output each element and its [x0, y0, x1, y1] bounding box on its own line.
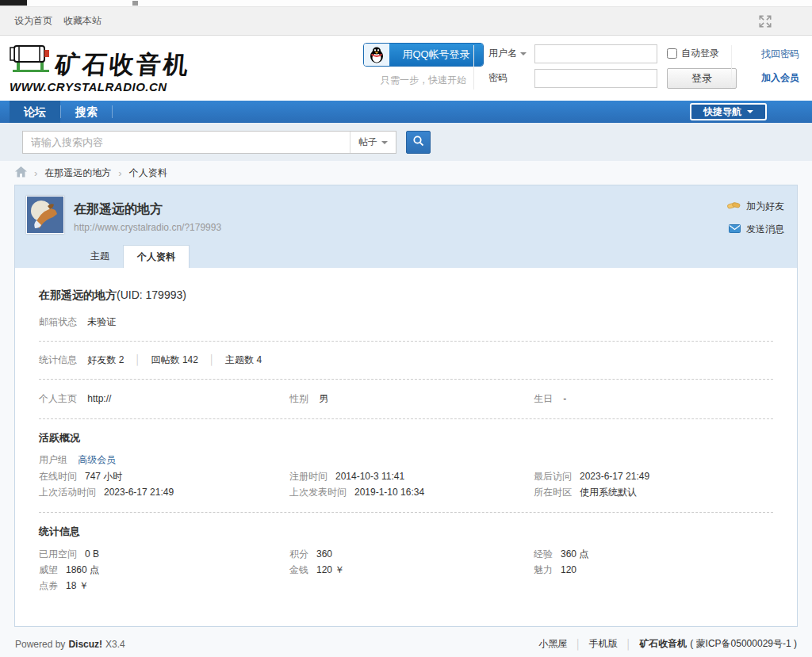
nav-item-search[interactable]: 搜索 — [61, 101, 112, 123]
homepage-cell: 个人主页 http:// — [39, 392, 289, 407]
password-input[interactable] — [534, 69, 657, 88]
search-type-select[interactable]: 帖子 — [350, 132, 396, 153]
charm-label: 魅力 — [534, 564, 553, 575]
envelope-icon — [729, 224, 741, 235]
avatar[interactable] — [26, 196, 64, 234]
browser-tab-notch — [132, 1, 138, 6]
page: 设为首页 收藏本站 — [0, 0, 812, 657]
profile-card: 在那遥远的地方 http://www.crystalradio.cn/?1799… — [14, 185, 798, 627]
activity-row: 在线时间747 小时 注册时间2014-10-3 11:41 最后访问2023-… — [39, 469, 773, 484]
coil-logo-icon — [10, 40, 52, 78]
stats-summary-label: 统计信息 — [39, 354, 77, 365]
set-home-link[interactable]: 设为首页 — [14, 14, 52, 28]
site-header: 矿石收音机 WWW.CRYSTALRADIO.CN 用QQ帐 — [0, 36, 812, 101]
username-label-wrap[interactable]: 用户名 — [488, 47, 534, 60]
qq-login-hint: 只需一步，快速开始 — [363, 74, 484, 87]
add-friend-label: 加为好友 — [746, 200, 784, 213]
nav-item-forum[interactable]: 论坛 — [10, 101, 60, 123]
replies-count[interactable]: 回帖数 142 — [151, 354, 198, 365]
gender-cell: 性别 男 — [289, 392, 534, 407]
homepage-label: 个人主页 — [39, 393, 77, 404]
discuz-brand-link[interactable]: Discuz! — [68, 639, 102, 650]
profile-tabs: 主题 个人资料 — [77, 245, 190, 268]
register-time-value: 2014-10-3 11:41 — [335, 471, 404, 482]
send-message-label: 发送消息 — [746, 223, 784, 236]
username-label: 用户名 — [488, 47, 517, 60]
password-label: 密码 — [488, 71, 508, 85]
auto-login-checkbox[interactable] — [667, 48, 677, 59]
site-name: 矿石收音机 — [55, 52, 192, 78]
send-message-button[interactable]: 发送消息 — [727, 223, 784, 236]
breadcrumb-separator: › — [118, 167, 121, 179]
quick-nav-button[interactable]: 快捷导航 — [690, 103, 767, 120]
home-icon[interactable] — [15, 166, 27, 180]
site-url-text: WWW.CRYSTALRADIO.CN — [10, 80, 190, 94]
experience-label: 经验 — [534, 548, 553, 560]
breadcrumb-separator: › — [34, 167, 37, 179]
handshake-icon — [727, 201, 741, 213]
used-space-label: 已用空间 — [39, 548, 77, 560]
browser-strip — [0, 0, 812, 6]
expand-icon[interactable] — [758, 14, 772, 29]
charm-value: 120 — [561, 564, 576, 575]
pipe-separator: │ — [575, 639, 581, 650]
activity-section-title: 活跃概况 — [39, 431, 773, 445]
timezone-value: 使用系统默认 — [580, 487, 637, 498]
breadcrumb-item-user[interactable]: 在那遥远的地方 — [44, 166, 111, 180]
user-group-row: 用户组 高级会员 — [39, 453, 773, 467]
used-space-value: 0 B — [85, 548, 99, 560]
credits-value: 360 — [316, 548, 332, 560]
login-form-divider — [731, 45, 732, 88]
mobile-version-link[interactable]: 手机版 — [589, 637, 618, 651]
email-status-row: 邮箱状态 未验证 — [39, 315, 773, 329]
divider — [39, 512, 773, 513]
last-visit-label: 最后访问 — [534, 471, 572, 482]
last-visit-value: 2023-6-17 21:49 — [580, 471, 649, 482]
birthday-value: - — [563, 393, 566, 404]
footer-site-link[interactable]: 矿石收音机 — [639, 637, 687, 651]
online-time-label: 在线时间 — [39, 471, 77, 482]
money-value: 120 ￥ — [316, 564, 344, 575]
threads-count[interactable]: 主题数 4 — [225, 354, 262, 365]
top-utility-bar: 设为首页 收藏本站 — [0, 6, 812, 36]
experience-value: 360 点 — [561, 548, 588, 560]
pipe-separator: │ — [209, 354, 215, 365]
friends-count[interactable]: 好友数 2 — [87, 354, 124, 365]
last-active-value: 2023-6-17 21:49 — [104, 487, 174, 498]
discuz-version: X3.4 — [105, 639, 125, 650]
search-type-caret-icon — [381, 141, 388, 144]
find-password-link[interactable]: 找回密码 — [761, 48, 799, 61]
qq-penguin-icon — [364, 44, 389, 66]
darkroom-link[interactable]: 小黑屋 — [538, 637, 567, 651]
prestige-value: 1860 点 — [66, 564, 99, 575]
uid-value: (UID: 179993) — [117, 288, 186, 301]
login-button[interactable]: 登录 — [667, 68, 737, 89]
statistics-row: 已用空间0 B 积分360 经验360 点 — [39, 547, 773, 562]
statistics-row: 威望1860 点 金钱120 ￥ 魅力120 — [39, 563, 773, 578]
breadcrumb: › 在那遥远的地方 › 个人资料 — [0, 161, 812, 185]
user-group-value[interactable]: 高级会员 — [78, 454, 116, 465]
quick-nav-caret-icon — [747, 110, 753, 113]
qq-login-label: 用QQ帐号登录 — [389, 44, 483, 66]
username-input[interactable] — [534, 44, 657, 63]
prestige-label: 威望 — [39, 564, 58, 575]
profile-username: 在那遥远的地方 — [74, 201, 163, 218]
search-bar: 帖子 — [0, 123, 812, 161]
divider — [39, 341, 773, 342]
profile-actions: 加为好友 发送消息 — [727, 200, 784, 246]
add-friend-button[interactable]: 加为好友 — [727, 200, 784, 213]
last-post-value: 2019-1-10 16:34 — [354, 487, 424, 498]
site-logo[interactable]: 矿石收音机 WWW.CRYSTALRADIO.CN — [10, 40, 190, 94]
search-button[interactable] — [406, 131, 431, 154]
tab-threads[interactable]: 主题 — [77, 245, 123, 268]
qq-login-button[interactable]: 用QQ帐号登录 — [363, 43, 484, 67]
profile-url[interactable]: http://www.crystalradio.cn/?179993 — [74, 222, 221, 233]
search-input[interactable] — [23, 132, 350, 153]
online-time-value: 747 小时 — [85, 471, 122, 482]
join-member-link[interactable]: 加入会员 — [761, 71, 799, 85]
coupons-value: 18 ￥ — [66, 580, 89, 591]
icp-number[interactable]: ( 蒙ICP备05000029号-1 ) — [690, 637, 797, 651]
bookmark-link[interactable]: 收藏本站 — [63, 14, 102, 28]
birthday-cell: 生日 - — [534, 392, 773, 407]
tab-profile[interactable]: 个人资料 — [123, 245, 190, 268]
